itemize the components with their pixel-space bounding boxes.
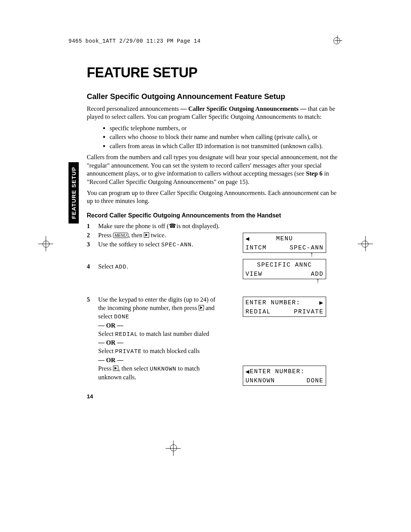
para2-bold: Step 6 xyxy=(306,170,323,177)
step-num: 2 xyxy=(87,231,98,240)
lcd-screen-1: MENU INTCMSPEC-ANN ↑ xyxy=(243,233,326,253)
crop-mark-circle xyxy=(333,37,340,44)
step1b: is not displayed). xyxy=(175,222,220,230)
scr2-top: SPECIFIC ANNC xyxy=(245,260,323,270)
para3: You can program up to three Caller Speci… xyxy=(87,189,342,205)
para2a: Callers from the numbers and call types … xyxy=(87,153,338,177)
step5h: , then select xyxy=(118,365,150,372)
section-heading: Caller Specific Outgoing Announcement Fe… xyxy=(87,92,342,101)
step5c: Select xyxy=(98,330,115,337)
scr2-bl: VIEW xyxy=(245,270,262,279)
step3-code: SPEC-ANN xyxy=(161,242,191,248)
scr4-bl: UNKNOWN xyxy=(245,376,275,385)
step2b: , then xyxy=(128,232,144,239)
step3a: Use the softkey to select xyxy=(98,241,161,248)
scr1-bl: INTCM xyxy=(245,243,267,252)
step5-code2: REDIAL xyxy=(115,331,138,338)
crop-mark-circle xyxy=(43,241,49,248)
step4-code: ADD xyxy=(115,264,126,270)
lcd-screen-4: ENTER NUMBER: UNKNOWNDONE xyxy=(243,366,326,386)
bullet-list: specific telephone numbers, or callers w… xyxy=(87,124,342,150)
scr4-br: DONE xyxy=(307,376,323,385)
intro-para: Record personalized announcements — Call… xyxy=(87,105,342,121)
triangle-left-icon xyxy=(245,234,250,243)
step5d: to match last number dialed xyxy=(138,330,209,337)
scr1-br: SPEC-ANN xyxy=(290,243,323,252)
step5-code1: DONE xyxy=(114,314,129,320)
step4b: . xyxy=(126,263,128,270)
step-num: 3 xyxy=(87,240,98,249)
intro-pre: Record personalized announcements xyxy=(87,105,180,112)
step5-code3: PRIVATE xyxy=(115,348,142,355)
step5g: Press xyxy=(98,365,113,372)
scr4-top: ENTER NUMBER: xyxy=(250,368,305,375)
bullet-item: callers who choose to block their name a… xyxy=(110,133,342,141)
intro-bold: — Caller Specific Outgoing Announcements… xyxy=(180,105,306,112)
menu-button-icon: MENU xyxy=(113,233,128,238)
step-num: 4 xyxy=(87,262,98,271)
crop-mark-circle xyxy=(170,444,177,451)
step1a: Make sure the phone is off ( xyxy=(98,222,169,230)
triangle-left-icon xyxy=(245,368,250,375)
step5-code4: UNKNOWN xyxy=(150,366,176,372)
or-divider: — OR — xyxy=(98,321,224,330)
crop-mark-circle xyxy=(362,241,368,248)
subheading: Record Caller Specific Outgoing Announce… xyxy=(87,212,342,219)
step5e: Select xyxy=(98,347,115,355)
or-divider: — OR — xyxy=(98,339,224,347)
step5f: to match blocked calls xyxy=(142,347,199,355)
play-button-icon xyxy=(113,366,118,371)
page-title: FEATURE SETUP xyxy=(87,65,342,81)
lcd-screen-3: ENTER NUMBER: REDIALPRIVATE xyxy=(243,297,326,317)
scr3-br: PRIVATE xyxy=(294,307,323,316)
step-num: 1 xyxy=(87,222,98,230)
lcd-screen-2: SPECIFIC ANNC VIEWADD ↑ xyxy=(243,259,326,279)
triangle-right-icon xyxy=(319,298,324,307)
step3b: . xyxy=(191,241,193,248)
play-button-icon xyxy=(144,232,149,238)
play-button-icon xyxy=(199,305,204,310)
scr3-top: ENTER NUMBER: xyxy=(245,298,300,307)
scr1-top: MENU xyxy=(250,234,319,243)
step5a: Use the keypad to enter the digits (up t… xyxy=(98,296,215,312)
or-divider: — OR — xyxy=(98,356,224,364)
step4a: Select xyxy=(98,263,115,270)
step2c: twice. xyxy=(149,232,166,239)
bullet-item: callers from areas in which Caller ID in… xyxy=(110,142,342,150)
para2: Callers from the numbers and call types … xyxy=(87,153,342,186)
step2a: Press xyxy=(98,232,113,239)
phone-icon xyxy=(169,222,175,227)
bullet-item: specific telephone numbers, or xyxy=(110,124,342,132)
step-num: 5 xyxy=(87,296,98,304)
page-number: 14 xyxy=(87,393,342,399)
print-header: 9465 book_1ATT 2/29/00 11:23 PM Page 14 xyxy=(68,38,201,44)
scr3-bl: REDIAL xyxy=(245,307,271,316)
